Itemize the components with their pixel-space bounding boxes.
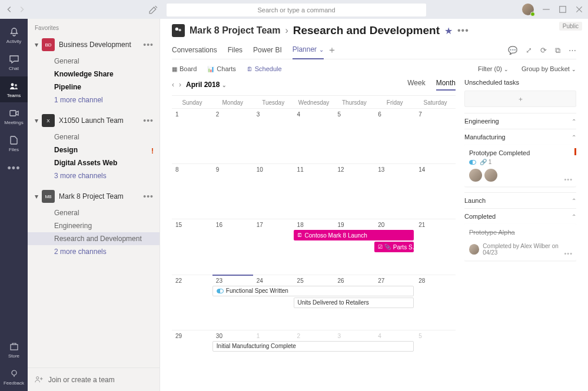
day-cell[interactable]: 14	[415, 164, 456, 219]
day-cell[interactable]: 5	[334, 109, 374, 163]
channel-menu-icon[interactable]: •••	[457, 25, 469, 36]
day-cell[interactable]: 29	[172, 330, 212, 385]
channel-2-2[interactable]: Research and Development	[28, 232, 160, 245]
team-menu-icon[interactable]: •••	[143, 116, 154, 125]
cal-view-month[interactable]: Month	[436, 79, 456, 91]
window-minimize-icon[interactable]	[542, 5, 550, 14]
channel-2-0[interactable]: General	[54, 206, 160, 219]
calendar-event[interactable]: Initial Manufacturing Complete	[212, 341, 414, 352]
tab-action-more-icon[interactable]: ⋯	[569, 46, 576, 55]
day-cell[interactable]: 9	[212, 164, 253, 219]
view-schedule[interactable]: 🗓 Schedule	[247, 65, 282, 72]
rail-meetings[interactable]: Meetings	[0, 103, 28, 129]
bucket-launch[interactable]: Launch⌃	[464, 192, 576, 208]
day-cell[interactable]: 2	[294, 330, 334, 385]
tab-action-refresh-icon[interactable]: ⟳	[540, 46, 547, 55]
card-menu-icon[interactable]: •••	[564, 250, 573, 257]
day-cell[interactable]: 18	[294, 219, 334, 274]
day-cell[interactable]: 3	[334, 330, 374, 385]
team-1[interactable]: ▾XX1050 Launch Team•••	[28, 111, 160, 131]
channel-1-3[interactable]: 3 more channels	[54, 169, 160, 182]
channel-2-1[interactable]: Engineering	[54, 219, 160, 232]
tab-conversations[interactable]: Conversations	[172, 42, 217, 59]
day-cell[interactable]: 2	[212, 109, 253, 163]
tab-action-expand-icon[interactable]: ⤢	[526, 46, 532, 55]
task-card[interactable]: Prototype Alpha•••Completed by Alex Wilb…	[464, 224, 576, 260]
day-cell[interactable]: 4	[294, 109, 334, 163]
tab-power-bi[interactable]: Power BI	[253, 42, 282, 59]
day-cell[interactable]: 13	[374, 164, 415, 219]
groupby-button[interactable]: Group by Bucket ⌄	[521, 65, 576, 72]
channel-0-2[interactable]: Pipeline	[54, 81, 160, 93]
calendar-event[interactable]: ☑ 📎Parts S…	[374, 242, 413, 252]
day-cell[interactable]: 1	[172, 109, 212, 163]
day-cell[interactable]: 11	[294, 164, 334, 219]
cal-prev-icon[interactable]: ‹	[172, 81, 174, 89]
view-charts[interactable]: 📊 Charts	[207, 65, 235, 72]
breadcrumb-team[interactable]: Mark 8 Project Team	[190, 25, 280, 36]
tab-action-popout-icon[interactable]: ⧉	[555, 46, 560, 55]
rail-feedback[interactable]: Feedback	[0, 364, 28, 390]
user-avatar[interactable]	[522, 4, 534, 15]
bucket-completed[interactable]: Completed⌃	[464, 208, 576, 224]
day-cell[interactable]: 23	[212, 275, 253, 330]
team-menu-icon[interactable]: •••	[143, 40, 154, 49]
day-cell[interactable]: 5	[415, 330, 456, 385]
team-menu-icon[interactable]: •••	[143, 192, 154, 201]
day-cell[interactable]: 15	[172, 219, 212, 274]
tab-planner[interactable]: Planner⌄	[293, 42, 324, 59]
rail-teams[interactable]: Teams	[0, 76, 28, 102]
day-cell[interactable]: 22	[172, 275, 212, 330]
day-cell[interactable]: 28	[415, 275, 456, 330]
day-cell[interactable]: 10	[253, 164, 294, 219]
task-card[interactable]: Prototype Completed🔗 1•••	[464, 145, 576, 186]
calendar-event[interactable]: Functional Spec Written	[212, 286, 414, 296]
window-close-icon[interactable]	[575, 5, 583, 14]
day-cell[interactable]: 1	[253, 330, 294, 385]
channel-0-0[interactable]: General	[54, 55, 160, 68]
day-cell[interactable]: 24	[253, 275, 294, 330]
search-input[interactable]: Search or type a command	[167, 4, 426, 16]
tab-files[interactable]: Files	[228, 42, 242, 59]
add-tab-icon[interactable]: ＋	[327, 44, 337, 56]
day-cell[interactable]: 7	[415, 109, 456, 163]
day-cell[interactable]: 6	[374, 109, 415, 163]
day-cell[interactable]: 21	[415, 219, 456, 274]
channel-1-2[interactable]: Digital Assets Web	[54, 156, 160, 169]
day-cell[interactable]: 12	[334, 164, 374, 219]
favorite-star-icon[interactable]: ★	[444, 25, 453, 36]
team-2[interactable]: ▾M8Mark 8 Project Team•••	[28, 186, 160, 206]
filter-button[interactable]: Filter (0) ⌄	[478, 65, 509, 72]
day-cell[interactable]: 4	[374, 330, 415, 385]
day-cell[interactable]: 3	[253, 109, 294, 163]
day-cell[interactable]: 16	[212, 219, 253, 274]
channel-2-3[interactable]: 2 more channels	[54, 245, 160, 258]
rail-files[interactable]: Files	[0, 131, 28, 156]
bucket-manufacturing[interactable]: Manufacturing⌃	[464, 129, 576, 145]
add-task-button[interactable]: ＋	[464, 91, 576, 107]
card-menu-icon[interactable]: •••	[564, 176, 573, 183]
view-board[interactable]: ▦ Board	[172, 65, 197, 72]
compose-icon[interactable]	[148, 5, 158, 15]
day-cell[interactable]: 30	[212, 330, 253, 385]
join-create-team[interactable]: Join or create a team	[28, 367, 160, 391]
day-cell[interactable]: 8	[172, 164, 212, 219]
channel-0-1[interactable]: Knowledge Share	[54, 68, 160, 81]
rail-store[interactable]: Store	[0, 337, 28, 363]
nav-forward-icon[interactable]	[18, 5, 26, 14]
calendar-event[interactable]: 🗓Contoso Mark 8 Launch	[294, 230, 414, 240]
cal-view-week[interactable]: Week	[407, 79, 425, 91]
team-0[interactable]: ▾BDBusiness Development•••	[28, 35, 160, 55]
channel-1-0[interactable]: General	[54, 131, 160, 143]
channel-0-3[interactable]: 1 more channel	[54, 93, 160, 106]
rail-activity[interactable]: Activity	[0, 22, 28, 48]
day-cell[interactable]: 19	[334, 219, 374, 274]
tab-action-chat-icon[interactable]: 💬	[508, 46, 517, 55]
day-cell[interactable]: 17	[253, 219, 294, 274]
channel-1-1[interactable]: Design!	[54, 143, 160, 156]
cal-next-icon[interactable]: ›	[179, 81, 181, 89]
rail-chat[interactable]: Chat	[0, 49, 28, 75]
rail-more[interactable]: •••	[8, 158, 21, 179]
window-maximize-icon[interactable]	[559, 5, 567, 14]
nav-back-icon[interactable]	[5, 5, 14, 14]
